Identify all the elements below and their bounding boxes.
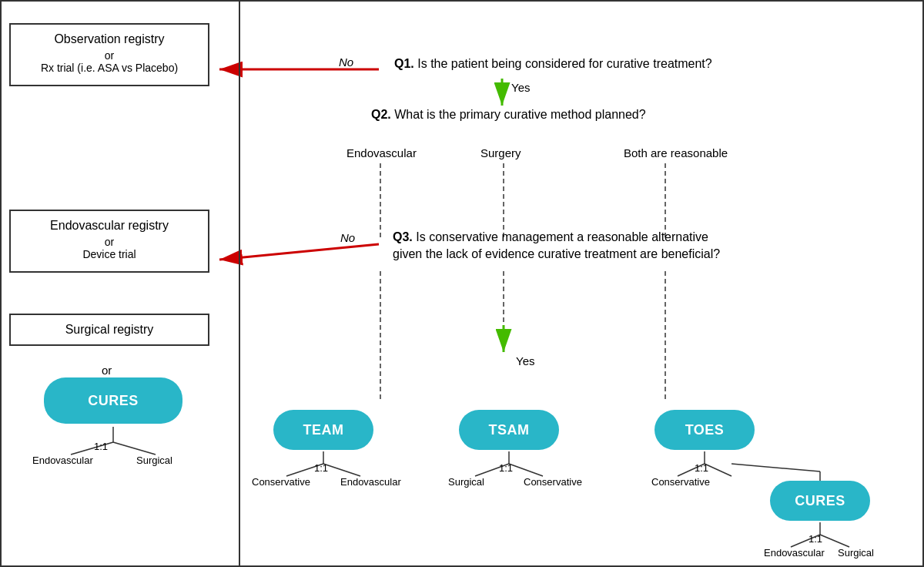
- tsam-b2: Conservative: [524, 476, 582, 488]
- svg-line-16: [323, 464, 360, 476]
- cures-left-b2: Surgical: [136, 455, 172, 466]
- toes-pill: TOES: [654, 410, 755, 450]
- q1-text: Is the patient being considered for cura…: [414, 57, 712, 70]
- q2-area: Q2. What is the primary curative method …: [371, 108, 646, 122]
- q3-area: Q3. Is conservative management a reasona…: [393, 229, 720, 263]
- q3-bold: Q3.: [393, 230, 413, 243]
- q2-bold: Q2.: [371, 108, 391, 121]
- toes-ratio: 1:1: [695, 462, 708, 474]
- team-b1: Conservative: [252, 476, 310, 488]
- q2-text: What is the primary curative method plan…: [391, 108, 646, 121]
- tsam-pill: TSAM: [459, 410, 559, 450]
- endo-registry-box: Endovascular registry orDevice trial: [9, 210, 209, 273]
- left-panel: Observation registry orRx trial (i.e. AS…: [2, 2, 240, 567]
- surg-or-text: or: [102, 364, 112, 377]
- q3-text: Is conservative management a reasonable …: [393, 230, 720, 260]
- endo-sub: orDevice trial: [22, 236, 197, 260]
- method1-label: Endovascular: [346, 146, 417, 159]
- method2-label: Surgery: [480, 146, 521, 159]
- cures-left-ratio: 1:1: [94, 441, 108, 452]
- team-b2: Endovascular: [340, 476, 401, 488]
- cures-right-b1: Endovascular: [764, 547, 825, 559]
- no1-label: No: [339, 55, 353, 69]
- cures-right-b2: Surgical: [838, 547, 874, 559]
- tsam-ratio: 1:1: [499, 462, 513, 474]
- endo-title: Endovascular registry: [22, 219, 197, 233]
- method3-label: Both are reasonable: [624, 146, 728, 159]
- surg-title: Surgical registry: [22, 323, 197, 337]
- svg-line-27: [820, 535, 849, 547]
- no2-label: No: [340, 231, 355, 244]
- cures-right-ratio: 1:1: [808, 533, 822, 545]
- yes2-label: Yes: [516, 354, 534, 367]
- team-pill: TEAM: [273, 410, 373, 450]
- observation-registry-box: Observation registry orRx trial (i.e. AS…: [9, 23, 209, 86]
- q1-bold: Q1.: [394, 57, 414, 70]
- cures-pill-right: CURES: [770, 481, 870, 521]
- toes-b1: Conservative: [651, 476, 710, 488]
- team-ratio: 1:1: [314, 462, 328, 474]
- svg-line-19: [509, 464, 543, 476]
- diagram-container: Observation registry orRx trial (i.e. AS…: [0, 0, 924, 567]
- obs-sub: orRx trial (i.e. ASA vs Placebo): [22, 49, 197, 74]
- yes1-label: Yes: [511, 81, 530, 94]
- tsam-b1: Surgical: [448, 476, 484, 488]
- svg-line-9: [219, 244, 379, 260]
- cures-pill-left: CURES: [44, 377, 182, 424]
- svg-line-23: [732, 464, 820, 471]
- surg-registry-box: Surgical registry: [9, 314, 209, 346]
- obs-title: Observation registry: [22, 32, 197, 46]
- svg-line-22: [705, 464, 732, 476]
- cures-left-b1: Endovascular: [32, 455, 93, 466]
- q1-area: Q1. Is the patient being considered for …: [394, 57, 712, 71]
